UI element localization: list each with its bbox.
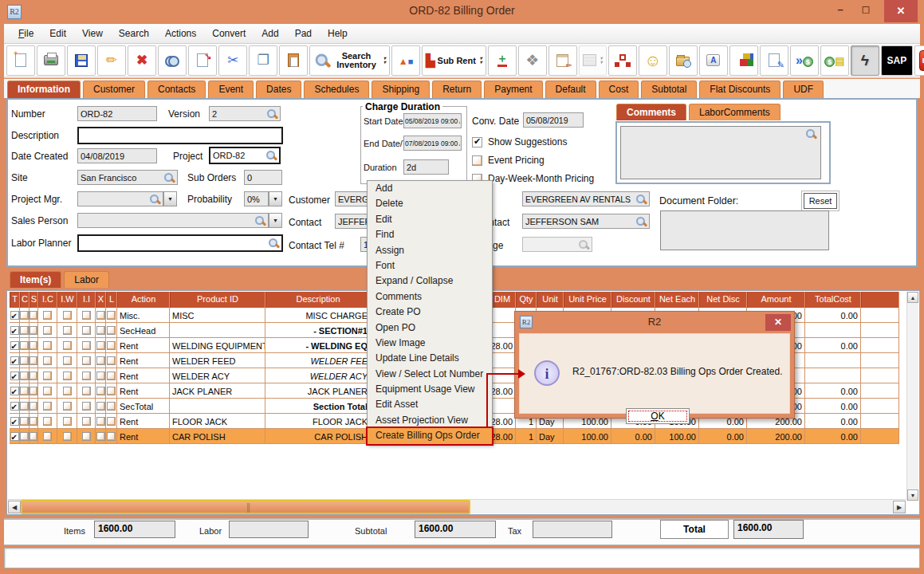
row-checkbox[interactable] [10,417,19,426]
row-checkbox[interactable] [107,356,116,365]
row-checkbox[interactable] [63,387,72,395]
cell[interactable] [77,353,96,368]
row-checkbox[interactable] [43,432,52,441]
cell[interactable] [57,323,77,338]
horizontal-scrollbar[interactable]: ◀ ▶ [8,499,906,513]
context-menu-item-view-select-lot-number[interactable]: View / Select Lot Number [368,367,492,382]
row-checkbox[interactable] [82,341,91,350]
cell[interactable] [29,414,38,429]
document-folder-box[interactable] [660,210,829,250]
cell[interactable] [29,323,38,338]
column-header-l[interactable]: L [106,292,117,308]
tab-flat-discounts[interactable]: Flat Discounts [699,81,780,98]
row-checkbox[interactable] [82,417,91,426]
tab-payment[interactable]: Payment [484,81,542,98]
row-checkbox[interactable] [10,356,19,365]
context-menu-item-edit-asset[interactable]: Edit Asset [368,397,492,412]
row-checkbox[interactable] [20,417,29,426]
column-header-action[interactable]: Action [117,292,170,308]
cell[interactable] [96,429,106,444]
split-dropdown-icon[interactable]: ▾▾ [383,57,386,65]
probability-field[interactable]: 0% [244,191,269,206]
project-field[interactable]: ORD-82 [209,147,281,164]
project-mgr-dropdown[interactable]: ▼ [163,191,177,206]
menu-item-file[interactable]: File [10,26,41,41]
tab-udf[interactable]: UDF [783,81,824,98]
cell[interactable] [106,308,117,323]
scroll-right-icon[interactable]: ▶ [893,501,906,513]
find-button[interactable] [158,45,187,76]
cell[interactable] [10,383,20,399]
row-checkbox[interactable] [96,326,105,335]
labor-planner-field[interactable] [77,234,283,252]
row-checkbox[interactable] [43,387,52,395]
search-inventory-button[interactable]: Search Inventory ▾▾ [309,45,390,76]
column-header-x[interactable]: X [96,292,106,308]
context-menu-item-open-po[interactable]: Open PO [368,320,492,336]
column-header-description[interactable]: Description [265,292,371,308]
row-checkbox[interactable] [82,356,91,365]
convert-shapes-button[interactable]: ▲■ [391,45,420,76]
row-checkbox[interactable] [29,417,37,426]
save-button[interactable] [67,45,96,76]
row-checkbox[interactable] [63,402,72,411]
cell[interactable] [29,383,38,399]
row-checkbox[interactable] [107,387,116,395]
cell[interactable] [29,338,38,353]
row-checkbox[interactable] [20,356,29,365]
menu-item-view[interactable]: View [74,26,111,41]
cell[interactable] [77,338,96,353]
context-menu-item-font[interactable]: Font [368,258,492,273]
cell[interactable] [106,399,117,414]
cell[interactable] [106,383,117,399]
number-field[interactable]: ORD-82 [77,106,157,121]
title-bar[interactable]: R2 ORD-82 Billing Order – ◻ ✕ [0,0,924,24]
row-checkbox[interactable] [63,311,72,320]
row-checkbox[interactable] [63,326,72,335]
cell[interactable] [10,414,20,429]
cell[interactable] [20,429,29,444]
edit-note-button[interactable]: ✎ [760,45,788,76]
column-header-qty[interactable]: Qty [516,292,537,308]
tab-return[interactable]: Return [432,81,482,98]
notepad-button[interactable] [549,45,577,76]
row-checkbox[interactable] [29,311,37,320]
cell[interactable] [20,368,29,383]
cell[interactable] [77,323,96,338]
tab-cost[interactable]: Cost [599,81,639,98]
checkbox-show-suggestions[interactable] [472,137,482,147]
cell[interactable] [38,414,57,429]
context-menu-item-delete[interactable]: Delete [368,196,492,211]
scroll-up-icon[interactable]: ▲ [907,292,918,303]
column-header-i-i[interactable]: I.I [77,292,96,308]
row-checkbox[interactable] [10,432,19,441]
tab-information[interactable]: Information [7,81,81,98]
context-menu-item-create-billing-ops-order[interactable]: Create Billing Ops Order [368,428,492,443]
print-button[interactable] [37,45,65,76]
context-menu-item-assign[interactable]: Assign [368,243,492,258]
column-header-blank[interactable] [861,292,899,308]
row-checkbox[interactable] [20,311,29,320]
row-checkbox[interactable] [107,417,116,426]
copy-button[interactable]: ❐ [249,45,277,76]
start-datetime-field[interactable]: 05/08/2019 09:00 AM [403,113,462,128]
cell[interactable] [57,353,77,368]
scroll-left-icon[interactable]: ◀ [8,501,21,513]
column-header-unit[interactable]: Unit [537,292,564,308]
sub-rent-button[interactable]: ▙ Sub Rent ▾▾ [422,45,486,76]
cell[interactable] [106,414,117,429]
magnifier-icon[interactable] [266,108,277,120]
folder-schedule-button[interactable] [669,45,698,76]
row-checkbox[interactable] [29,387,37,395]
print-tree-button[interactable] [608,45,637,76]
comments-textarea[interactable] [620,126,821,179]
cell[interactable] [10,368,20,383]
menu-item-actions[interactable]: Actions [157,26,204,41]
row-checkbox[interactable] [10,387,19,395]
cell[interactable] [57,399,77,414]
row-checkbox[interactable] [107,432,116,441]
edit-button[interactable]: ✏ [97,45,126,76]
row-checkbox[interactable] [10,311,19,320]
cell[interactable] [57,383,77,399]
row-checkbox[interactable] [43,341,52,350]
